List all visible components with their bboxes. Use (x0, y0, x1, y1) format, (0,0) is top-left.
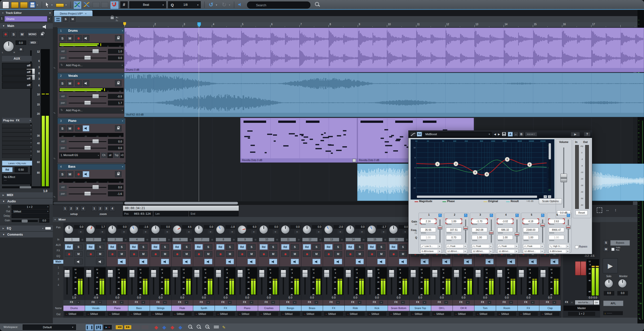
channel-fader-value[interactable]: 0.0 (301, 296, 323, 300)
save-button[interactable] (29, 2, 36, 8)
eq-save-preset-icon[interactable] (502, 132, 506, 136)
channel-solo-button[interactable]: S (377, 244, 385, 250)
monitor-knob[interactable] (618, 279, 627, 288)
channel-fx-button[interactable]: FX (481, 301, 484, 304)
band-q-value[interactable]: 1.00 (549, 235, 564, 240)
band-q-mini-slider[interactable] (472, 240, 477, 241)
plugin-slot[interactable]: ▾ (2, 150, 32, 154)
afl-button[interactable]: AFL (603, 301, 623, 306)
channel-number[interactable]: 10 (259, 238, 274, 241)
channel-fx-button[interactable]: FX (221, 301, 225, 304)
band-slope-select[interactable]: 6 dB/octave▾ (420, 249, 441, 253)
solo-knob[interactable] (604, 279, 613, 288)
band-freq-value[interactable]: 2348.00 (523, 228, 539, 232)
channel-name[interactable]: FX (323, 306, 344, 311)
channel-phase-button[interactable]: Φ (273, 230, 278, 234)
channel-read-button[interactable]: Rd (108, 244, 116, 250)
aux-send-slot[interactable]: off (2, 76, 32, 82)
channel-mute-button[interactable]: M (96, 251, 104, 257)
channel-solo-button[interactable]: S (74, 244, 83, 250)
channel-name[interactable]: Flute (172, 306, 193, 311)
channel-fx-button[interactable]: FX (459, 301, 463, 304)
channel-fx-dropdown-icon[interactable]: ▾ (271, 301, 275, 304)
channel-number[interactable]: 11 (281, 238, 296, 241)
channel-read-button[interactable]: Rd (303, 244, 311, 250)
channel-read-button[interactable]: Rd (238, 244, 246, 250)
channel-solo-button[interactable]: S (269, 244, 277, 250)
toggle-mixer-button[interactable] (95, 324, 103, 331)
channel-fx-button[interactable]: FX (135, 301, 138, 304)
zoom-in-icon[interactable]: + (188, 325, 194, 330)
channel-fx-button[interactable]: FX (113, 301, 116, 304)
channel-pan-value[interactable]: 0.0 (355, 225, 365, 229)
add-plugin-dropdown-icon[interactable]: ▾ (122, 64, 123, 66)
channel-number[interactable]: 1 (64, 238, 79, 241)
plugin-slot[interactable]: ▾ (2, 145, 32, 150)
add-plugin-dropdown-icon[interactable]: ▾ (122, 109, 123, 112)
channel-pan-value[interactable]: 0.0 (160, 225, 171, 229)
channel-fader-value[interactable]: 0.0 (518, 296, 539, 300)
channel-solo-button[interactable]: S (399, 244, 407, 250)
quantize-select[interactable]: Q1/8▾ (168, 1, 201, 8)
band-slope-dropdown-icon[interactable]: ▾ (566, 250, 569, 253)
add-plugin-row[interactable]: ↻Add Plug-in...▾ (59, 107, 124, 114)
channel-fader-value[interactable]: 0.0 (236, 296, 258, 300)
band-gain-value[interactable]: -3.02 (497, 219, 513, 224)
track-monitor-button[interactable] (83, 35, 89, 41)
band-type-select[interactable]: Peak▾ (497, 244, 518, 248)
channel-fader-handle[interactable] (129, 270, 135, 277)
channel-phase-button[interactable]: Φ (359, 230, 365, 234)
band-slider-handle[interactable] (515, 232, 519, 236)
channel-fx-button[interactable]: FX (243, 301, 246, 304)
channel-mute-button[interactable]: M (204, 251, 212, 257)
band-slope-select[interactable]: 12 dB/oct...▾ (523, 249, 544, 253)
channel-mute-button[interactable]: M (248, 251, 256, 257)
channel-monitor-button[interactable] (139, 259, 147, 264)
track-lock-button[interactable] (115, 171, 122, 177)
band-gain-value[interactable]: 1.89 (446, 219, 462, 224)
marker-next-icon[interactable]: ▶▶ (124, 325, 131, 329)
track-title-bar[interactable]: 4Bass▾ (58, 164, 125, 170)
undo-button[interactable]: ↺ (207, 1, 215, 9)
transport-console-button[interactable]: ▶● (104, 325, 112, 329)
band-slider-handle[interactable] (463, 226, 468, 230)
channel-number[interactable]: 2 (86, 238, 101, 241)
range-dropdown-icon[interactable]: ▾ (65, 4, 67, 6)
section-eq[interactable]: ▶EQ▾ (0, 226, 53, 231)
master-fx-button[interactable]: FX (565, 301, 568, 304)
io-reset-button[interactable]: Reset (576, 210, 588, 215)
channel-number[interactable]: 4 (129, 238, 144, 241)
move-icon[interactable]: + (2, 11, 4, 14)
eq-zoom-in-icon[interactable]: + (544, 195, 547, 198)
monitor-route-select[interactable]: ↓------- (603, 311, 623, 315)
channel-output-select[interactable]: →StMast (432, 312, 451, 316)
channel-name[interactable]: Piano (107, 306, 128, 311)
track-record-button[interactable] (75, 171, 82, 177)
track-title-bar[interactable]: 2Vocals▾ (58, 73, 125, 79)
channel-monitor-button[interactable] (507, 259, 515, 264)
channel-number[interactable]: 7 (194, 238, 209, 241)
channel-fader-handle[interactable] (151, 270, 156, 277)
channel-fx-dropdown-icon[interactable]: ▾ (76, 301, 80, 304)
band-slider-track[interactable] (568, 219, 569, 243)
channel-solo-button[interactable]: S (183, 244, 191, 250)
timecode-scrubber[interactable]: 00:00:34:21 (123, 205, 239, 211)
eq-mini-display[interactable] (45, 227, 51, 230)
channel-mute-button[interactable]: M (226, 251, 234, 257)
channel-fader-handle[interactable] (519, 270, 524, 277)
channel-pan-value[interactable]: 0.0 (204, 225, 214, 229)
master-fader-right[interactable] (581, 261, 586, 275)
zoom-preset-button[interactable]: 1 (92, 206, 97, 211)
master-solo-button[interactable]: S (603, 240, 609, 245)
channel-fx-dropdown-icon[interactable]: ▾ (293, 301, 297, 304)
channel-fx-dropdown-icon[interactable]: ▾ (141, 301, 145, 304)
channel-output-select[interactable]: →StMast (216, 312, 235, 316)
channel-output-select[interactable]: →StMast (454, 312, 473, 316)
track-pan-slider[interactable] (84, 192, 91, 196)
length-field[interactable]: Len (154, 211, 188, 216)
channel-fx-button[interactable]: FX (546, 301, 549, 304)
channel-fader-handle[interactable] (540, 270, 546, 277)
channel-pan-value[interactable]: 4.6 (182, 225, 192, 229)
eq-help-button[interactable]: ? (584, 132, 590, 136)
lanes-auto-button[interactable]: Lanes +Obj.Auto (2, 161, 32, 166)
